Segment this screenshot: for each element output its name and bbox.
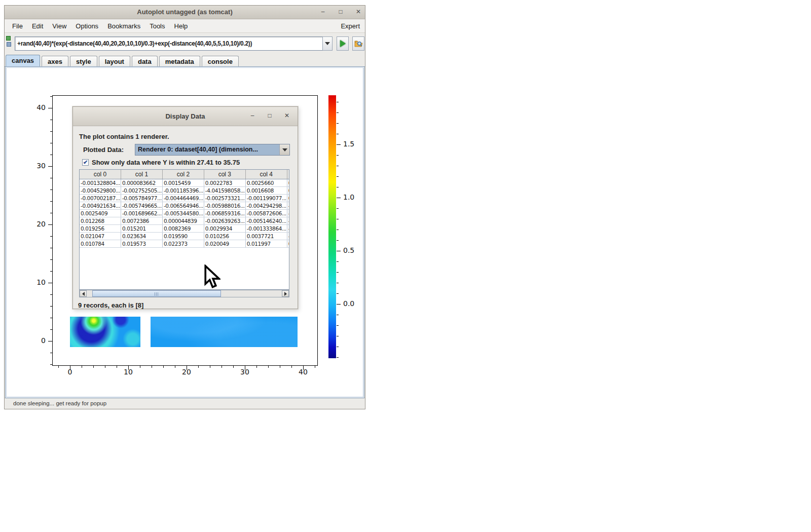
table-cell[interactable]: -0.002752505... xyxy=(121,186,162,194)
table-cell[interactable]: -0.005146240... xyxy=(245,217,287,224)
table-cell[interactable]: -0.002639263... xyxy=(204,217,245,224)
window-titlebar[interactable]: Autoplot untagged (as tomcat) – □ ✕ xyxy=(5,6,365,19)
table-cell[interactable]: -0.005872606... xyxy=(245,209,287,217)
table-cell[interactable]: -0.0 xyxy=(287,209,289,217)
table-cell[interactable]: -0.005344580... xyxy=(162,209,204,217)
tab-canvas[interactable]: canvas xyxy=(6,55,40,66)
table-header-col-5[interactable] xyxy=(287,170,289,179)
table-cell[interactable]: 0.000083662 xyxy=(121,179,162,186)
table-cell[interactable]: 0.022373 xyxy=(162,240,204,247)
colorbar-tick xyxy=(337,347,339,347)
table-cell[interactable]: 0.015201 xyxy=(121,224,162,232)
dialog-close-icon[interactable]: ✕ xyxy=(283,111,290,120)
menu-item-expert[interactable]: Expert xyxy=(341,22,360,30)
table-cell[interactable]: -0.004529800... xyxy=(80,186,121,194)
table-cell[interactable]: 0.0015459 xyxy=(162,179,204,186)
table-cell[interactable]: -0.001333864... xyxy=(245,224,287,232)
maximize-icon[interactable]: □ xyxy=(337,7,344,16)
table-cell[interactable]: 0.019590 xyxy=(162,232,204,240)
table-cell[interactable]: -0.0 xyxy=(287,217,289,224)
table-cell[interactable]: -0.005784977... xyxy=(121,194,162,202)
scroll-right-button[interactable] xyxy=(282,290,289,297)
tab-metadata[interactable]: metadata xyxy=(159,56,200,66)
table-cell[interactable]: -0.002573321... xyxy=(204,194,245,202)
dialog-maximize-icon[interactable]: □ xyxy=(266,111,273,120)
menu-item-options[interactable]: Options xyxy=(71,22,103,30)
table-cell[interactable]: -0.005988016... xyxy=(204,202,245,209)
table-cell[interactable]: 0.010784 xyxy=(80,240,121,247)
table-cell[interactable]: 0.0037721 xyxy=(245,232,287,240)
inspect-uri-button[interactable] xyxy=(352,36,364,51)
table-cell[interactable]: -0.001199077... xyxy=(245,194,287,202)
table-cell[interactable]: 0.0082369 xyxy=(162,224,204,232)
plotted-data-combobox[interactable]: Renderer 0: dataset[40,40] (dimension... xyxy=(135,144,290,156)
table-cell[interactable]: -0.004294298... xyxy=(245,202,287,209)
horizontal-scrollbar[interactable] xyxy=(79,290,289,297)
uri-input[interactable]: +rand(40,40)*(exp(-distance(40,40,20,20,… xyxy=(15,36,323,51)
scrollbar-track[interactable] xyxy=(87,290,282,297)
tab-data[interactable]: data xyxy=(132,56,158,66)
table-cell[interactable]: -0.006564946... xyxy=(162,202,204,209)
tab-axes[interactable]: axes xyxy=(42,56,68,66)
table-cell[interactable]: -0.004464469... xyxy=(162,194,204,202)
filter-checkbox-label[interactable]: Show only data where Y is within 27.41 t… xyxy=(92,159,240,166)
menu-item-bookmarks[interactable]: Bookmarks xyxy=(103,22,145,30)
table-cell[interactable]: 0.023634 xyxy=(121,232,162,240)
table-cell[interactable]: -0.007002187... xyxy=(80,194,121,202)
colorbar-tick xyxy=(337,208,339,209)
filter-checkbox[interactable]: ✔ xyxy=(82,159,89,166)
table-cell[interactable]: 0.00 xyxy=(287,194,289,202)
scroll-left-button[interactable] xyxy=(80,290,87,297)
tab-console[interactable]: console xyxy=(202,56,239,66)
combobox-arrow-button[interactable] xyxy=(279,144,289,155)
dialog-minimize-icon[interactable]: – xyxy=(249,111,256,120)
table-cell[interactable]: -0.004921634... xyxy=(80,202,121,209)
table-cell[interactable]: 0.000044839 xyxy=(162,217,204,224)
table-header-col-3[interactable]: col 3 xyxy=(204,170,245,179)
data-source-icon[interactable] xyxy=(7,42,11,47)
table-cell[interactable]: -0.006859316... xyxy=(204,209,245,217)
table-cell[interactable]: 0.012268 xyxy=(80,217,121,224)
table-cell[interactable]: 0.010256 xyxy=(204,232,245,240)
table-cell[interactable]: 0.0072386 xyxy=(121,217,162,224)
scrollbar-thumb[interactable] xyxy=(92,290,221,297)
menu-item-file[interactable]: File xyxy=(8,22,27,30)
table-cell[interactable]: -0.001185396... xyxy=(162,186,204,194)
table-cell[interactable]: -0.005749665... xyxy=(121,202,162,209)
table-cell[interactable]: 0.0025660 xyxy=(245,179,287,186)
tab-style[interactable]: style xyxy=(70,56,97,66)
table-header-col-4[interactable]: col 4 xyxy=(245,170,287,179)
table-cell[interactable]: 0.021047 xyxy=(80,232,121,240)
table-header-col-2[interactable]: col 2 xyxy=(162,170,204,179)
table-cell[interactable]: 0.0016608 xyxy=(245,186,287,194)
table-header-col-0[interactable]: col 0 xyxy=(80,170,121,179)
table-cell[interactable]: 0.019573 xyxy=(121,240,162,247)
table-cell[interactable]: 0.00 xyxy=(287,179,289,186)
table-cell[interactable]: -0.001689662... xyxy=(121,209,162,217)
menu-item-help[interactable]: Help xyxy=(170,22,193,30)
dialog-titlebar[interactable]: Display Data – □ ✕ xyxy=(73,107,298,126)
uri-dropdown-button[interactable] xyxy=(322,36,333,51)
plot-element-icon[interactable] xyxy=(6,36,11,41)
table-cell[interactable]: -0.0 xyxy=(287,232,289,240)
table-cell[interactable]: 0.0022783 xyxy=(204,179,245,186)
minimize-icon[interactable]: – xyxy=(319,7,326,16)
table-cell[interactable]: -4.041598058... xyxy=(204,186,245,194)
table-cell[interactable]: -0.001328804... xyxy=(80,179,121,186)
table-cell[interactable]: 0.011997 xyxy=(245,240,287,247)
table-cell[interactable]: 0.019256 xyxy=(80,224,121,232)
menu-item-view[interactable]: View xyxy=(48,22,71,30)
tab-layout[interactable]: layout xyxy=(99,56,130,66)
table-header-col-1[interactable]: col 1 xyxy=(121,170,162,179)
table-cell[interactable]: 0.00 xyxy=(287,240,289,247)
table-cell[interactable]: -0.0 xyxy=(287,224,289,232)
table-cell[interactable]: 0.0025409 xyxy=(80,209,121,217)
table-cell[interactable]: -0.0 xyxy=(287,202,289,209)
menu-item-tools[interactable]: Tools xyxy=(145,22,169,30)
close-icon[interactable]: ✕ xyxy=(355,7,362,16)
table-cell[interactable]: 0.0029934 xyxy=(204,224,245,232)
table-cell[interactable]: 0.00 xyxy=(287,186,289,194)
go-button[interactable] xyxy=(337,36,349,51)
menu-item-edit[interactable]: Edit xyxy=(27,22,48,30)
table-cell[interactable]: 0.020049 xyxy=(204,240,245,247)
